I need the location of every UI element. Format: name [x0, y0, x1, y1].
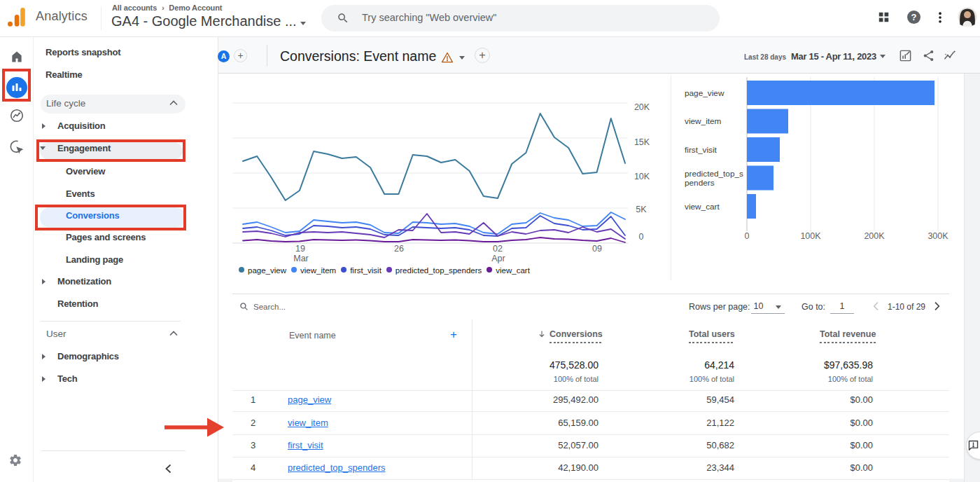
svg-text:10K: 10K [634, 172, 650, 181]
svg-text:view_cart: view_cart [685, 202, 720, 212]
svg-text:first_visit: first_visit [685, 145, 718, 155]
svg-text:5K: 5K [636, 205, 647, 214]
svg-text:15K: 15K [634, 137, 650, 147]
svg-text:02: 02 [493, 244, 503, 254]
svg-text:predicted_top_s: predicted_top_s [685, 169, 743, 179]
svg-text:26: 26 [394, 244, 404, 254]
svg-text:200K: 200K [864, 231, 885, 241]
svg-text:0: 0 [745, 231, 750, 241]
svg-text:19: 19 [295, 244, 305, 254]
svg-text:page_view: page_view [685, 88, 724, 98]
svg-text:100K: 100K [800, 231, 821, 241]
svg-text:Mar: Mar [293, 254, 309, 263]
svg-text:Apr: Apr [491, 254, 505, 263]
svg-text:09: 09 [592, 244, 602, 254]
svg-text:0: 0 [639, 232, 644, 242]
svg-text:20K: 20K [634, 102, 650, 112]
svg-text:view_item: view_item [685, 116, 722, 126]
svg-text:300K: 300K [927, 231, 948, 241]
svg-text:penders: penders [685, 178, 715, 188]
